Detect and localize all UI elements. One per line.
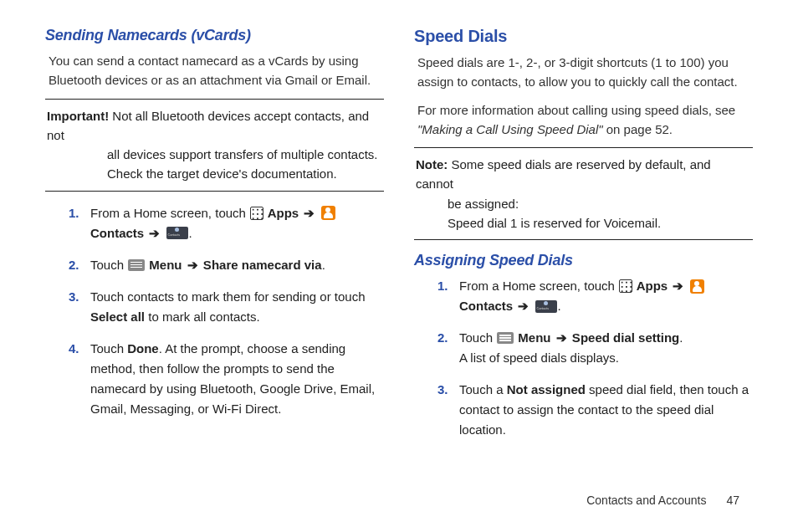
period: . bbox=[558, 299, 561, 313]
not-assigned-label: Not assigned bbox=[507, 382, 586, 396]
steps-right: 1. From a Home screen, touch Apps ➔ Cont… bbox=[437, 276, 753, 440]
speed-dial-label: Speed dial setting bbox=[569, 330, 680, 345]
contacts-label: Contacts bbox=[459, 299, 516, 313]
intro-right: Speed dials are 1-, 2-, or 3-digit short… bbox=[417, 53, 749, 92]
contacts-icon bbox=[690, 279, 704, 294]
page-footer: Contacts and Accounts47 bbox=[586, 494, 739, 507]
important-callout: Important! Not all Bluetooth devices acc… bbox=[45, 99, 384, 192]
footer-section: Contacts and Accounts bbox=[586, 494, 706, 507]
heading-sending-namecards: Sending Namecards (vCards) bbox=[45, 27, 384, 44]
contacts-icon bbox=[321, 206, 335, 220]
step-1: 1. From a Home screen, touch Apps ➔ Cont… bbox=[69, 203, 384, 243]
step-3: 3. Touch a Not assigned speed dial field… bbox=[437, 380, 753, 440]
step-number: 4. bbox=[69, 339, 90, 419]
step-text: Touch contacts to mark them for sending … bbox=[90, 289, 366, 304]
period: . bbox=[679, 330, 683, 345]
ref-paragraph: For more information about calling using… bbox=[417, 100, 749, 140]
contacts-tab-icon bbox=[535, 300, 557, 313]
step-number: 3. bbox=[437, 380, 459, 440]
step-number: 1. bbox=[437, 276, 459, 316]
left-column: Sending Namecards (vCards) You can send … bbox=[45, 27, 384, 452]
ref-title: "Making a Call Using Speed Dial" bbox=[417, 122, 603, 136]
apps-label: Apps bbox=[633, 279, 671, 293]
ref-text: For more information about calling using… bbox=[417, 103, 735, 117]
step-number: 1. bbox=[69, 203, 90, 243]
heading-speed-dials: Speed Dials bbox=[414, 27, 753, 46]
important-rest: all devices support transfers of multipl… bbox=[47, 145, 382, 184]
step-text: A list of speed dials displays. bbox=[459, 350, 619, 365]
arrow-icon: ➔ bbox=[673, 276, 683, 296]
apps-label: Apps bbox=[264, 206, 302, 220]
menu-label: Menu bbox=[146, 258, 186, 272]
apps-icon bbox=[619, 279, 632, 293]
note-label: Note: bbox=[416, 157, 448, 171]
step-1: 1. From a Home screen, touch Apps ➔ Cont… bbox=[437, 276, 753, 316]
important-label: Important! bbox=[47, 109, 109, 123]
step-number: 2. bbox=[437, 328, 459, 368]
period: . bbox=[189, 226, 192, 240]
step-2: 2. Touch Menu ➔ Speed dial setting. A li… bbox=[437, 328, 753, 368]
note-callout: Note: Some speed dials are reserved by d… bbox=[414, 147, 753, 240]
footer-page-number: 47 bbox=[726, 494, 739, 507]
share-label: Share namecard via bbox=[200, 258, 322, 272]
steps-left: 1. From a Home screen, touch Apps ➔ Cont… bbox=[69, 203, 384, 419]
note-line1: Some speed dials are reserved by default… bbox=[416, 157, 711, 191]
step-text: to mark all contacts. bbox=[145, 309, 260, 324]
step-text: Touch bbox=[459, 330, 496, 345]
ref-page: on page 52. bbox=[603, 122, 673, 136]
step-text: From a Home screen, touch bbox=[90, 206, 249, 220]
step-number: 3. bbox=[69, 287, 90, 327]
step-text: From a Home screen, touch bbox=[459, 279, 618, 293]
right-column: Speed Dials Speed dials are 1-, 2-, or 3… bbox=[414, 27, 753, 452]
contacts-tab-icon bbox=[166, 227, 188, 239]
step-3: 3. Touch contacts to mark them for sendi… bbox=[69, 287, 384, 327]
arrow-icon: ➔ bbox=[304, 203, 315, 223]
step-number: 2. bbox=[69, 255, 90, 275]
menu-icon bbox=[497, 332, 514, 344]
menu-label: Menu bbox=[514, 330, 555, 345]
step-4: 4. Touch Done. At the prompt, choose a s… bbox=[69, 339, 384, 419]
done-label: Done bbox=[127, 341, 159, 356]
step-text: Touch bbox=[90, 341, 127, 356]
step-text: Touch bbox=[90, 258, 127, 272]
select-all-label: Select all bbox=[90, 309, 145, 324]
apps-icon bbox=[250, 207, 263, 220]
arrow-icon: ➔ bbox=[149, 223, 160, 243]
arrow-icon: ➔ bbox=[556, 328, 567, 348]
contacts-label: Contacts bbox=[90, 226, 147, 240]
arrow-icon: ➔ bbox=[518, 296, 529, 316]
note-line2: be assigned: bbox=[416, 194, 751, 213]
note-line3: Speed dial 1 is reserved for Voicemail. bbox=[416, 213, 751, 233]
arrow-icon: ➔ bbox=[187, 255, 198, 275]
heading-assigning-speed-dials: Assigning Speed Dials bbox=[414, 252, 753, 269]
step-2: 2. Touch Menu ➔ Share namecard via. bbox=[69, 255, 384, 275]
intro-left: You can send a contact namecard as a vCa… bbox=[49, 51, 381, 90]
step-text: Touch a bbox=[459, 382, 507, 396]
period: . bbox=[322, 258, 325, 272]
menu-icon bbox=[128, 259, 145, 271]
